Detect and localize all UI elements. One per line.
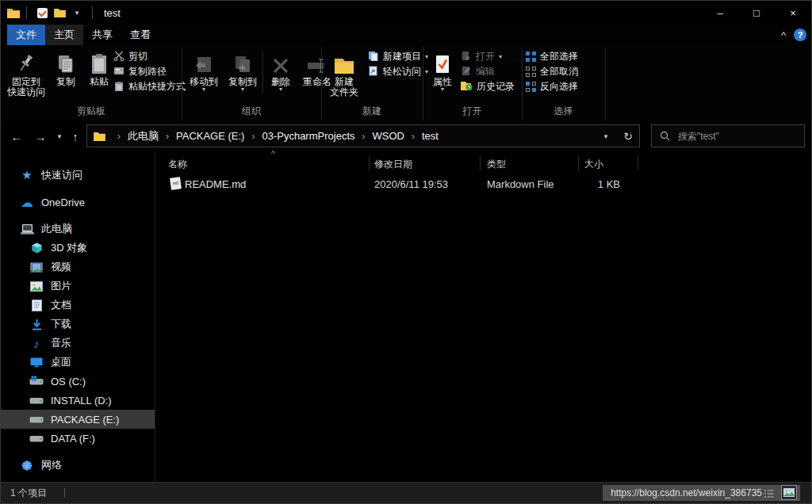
sidebar-item-drive-f[interactable]: DATA (F:) <box>1 429 155 448</box>
search-input[interactable] <box>676 130 791 143</box>
copy-path-icon <box>113 66 124 78</box>
sidebar-item-this-pc[interactable]: 此电脑 <box>1 220 155 239</box>
open-button[interactable]: 打开 ▾ <box>461 49 502 64</box>
thumbnail-view-button[interactable] <box>781 485 797 500</box>
app-folder-icon <box>7 8 20 18</box>
group-label-clipboard: 剪贴板 <box>1 105 182 118</box>
desktop-icon <box>29 357 44 368</box>
properties-icon <box>434 47 451 77</box>
sidebar-item-desktop[interactable]: 桌面 <box>1 353 155 372</box>
new-item-button[interactable]: 新建项目 ▾ <box>368 49 428 64</box>
qat-properties-button[interactable] <box>33 3 51 22</box>
sidebar-item-onedrive[interactable]: ☁ OneDrive <box>1 193 155 212</box>
back-button[interactable]: ← <box>7 127 26 146</box>
chevron-right-icon: › <box>160 131 174 142</box>
properties-button[interactable]: 属性 ▾ <box>427 47 458 92</box>
column-header-size[interactable]: 大小 <box>584 158 603 171</box>
3d-objects-icon <box>29 242 44 254</box>
paste-shortcut-icon <box>113 81 124 94</box>
breadcrumb-item-test[interactable]: test <box>420 130 440 142</box>
file-size: 1 KB <box>537 178 620 190</box>
documents-icon <box>29 300 44 311</box>
new-folder-button[interactable]: 新建 文件夹 <box>324 47 365 97</box>
select-none-icon <box>526 67 536 77</box>
refresh-icon[interactable]: ↻ <box>617 130 639 143</box>
breadcrumb-item-wsod[interactable]: WSOD <box>371 130 406 142</box>
sidebar-item-quick-access[interactable]: ★ 快速访问 <box>1 166 155 185</box>
properties-check-icon <box>37 8 48 18</box>
titlebar-separator <box>26 6 27 19</box>
copy-button[interactable]: 复制 <box>50 47 82 87</box>
sidebar-item-drive-e[interactable]: PACKAGE (E:) <box>1 410 155 429</box>
delete-x-icon <box>271 47 290 77</box>
chevron-down-icon: ▾ <box>279 87 282 92</box>
tab-home[interactable]: 主页 <box>45 25 83 45</box>
paste-button[interactable]: 粘贴 <box>83 47 115 87</box>
easy-access-button[interactable]: 轻松访问 ▾ <box>368 64 428 79</box>
sidebar-item-documents[interactable]: 文档 <box>1 296 155 315</box>
breadcrumb-item-this-pc[interactable]: 此电脑 <box>126 129 160 143</box>
forward-button[interactable]: → <box>31 127 50 146</box>
edit-button[interactable]: 编辑 <box>461 64 495 79</box>
file-list-pane: ^ 名称 修改日期 类型 大小 md README.md 2020/6/11 1… <box>156 151 812 484</box>
search-box[interactable] <box>651 124 805 147</box>
easy-access-icon <box>368 66 379 78</box>
column-header-type[interactable]: 类型 <box>487 158 506 171</box>
copy-path-button[interactable]: 复制路径 <box>113 64 167 79</box>
select-all-button[interactable]: 全部选择 <box>526 49 578 64</box>
sidebar-item-network[interactable]: 网络 <box>1 456 155 475</box>
this-pc-icon <box>20 223 34 235</box>
cut-button[interactable]: 剪切 <box>113 49 147 64</box>
pictures-icon <box>29 281 44 292</box>
select-none-button[interactable]: 全部取消 <box>526 64 578 79</box>
pin-to-quick-access-button[interactable]: 固定到 快速访问 <box>4 47 48 97</box>
explorer-window: ▾ test – □ × 文件 主页 共享 查看 ^ ? 固定到 快速访问 <box>0 0 812 504</box>
qat-new-folder-button[interactable] <box>51 3 68 22</box>
drive-icon <box>29 414 44 425</box>
breadcrumb-item-pycharmprojects[interactable]: 03-PycharmProjects <box>260 130 356 142</box>
sidebar-item-videos[interactable]: 视频 <box>1 258 155 277</box>
chevron-down-icon: ▾ <box>241 87 244 92</box>
details-view-button[interactable] <box>762 487 776 500</box>
column-header-date[interactable]: 修改日期 <box>374 158 412 171</box>
navigation-bar: ← → ▾ ↑ › 此电脑 › PACKAGE (E:) › 03-Pychar… <box>1 121 811 152</box>
pushpin-icon <box>17 47 36 77</box>
close-button[interactable]: × <box>775 1 811 25</box>
history-button[interactable]: 历史记录 <box>461 79 515 94</box>
help-icon[interactable]: ? <box>794 29 806 41</box>
invert-selection-button[interactable]: 反向选择 <box>526 79 578 94</box>
column-header-name[interactable]: 名称 <box>168 158 187 171</box>
drive-icon <box>29 433 44 444</box>
videos-icon <box>29 262 44 273</box>
sidebar-item-downloads[interactable]: 下载 <box>1 315 155 334</box>
file-row-readme[interactable]: md README.md 2020/6/11 19:53 Markdown Fi… <box>156 175 630 194</box>
tab-file[interactable]: 文件 <box>7 25 45 45</box>
qat-customize-dropdown[interactable]: ▾ <box>68 3 86 22</box>
file-date: 2020/6/11 19:53 <box>374 178 448 190</box>
sidebar-item-music[interactable]: ♪ 音乐 <box>1 334 155 353</box>
sidebar-item-drive-c[interactable]: OS (C:) <box>1 372 155 391</box>
main-area: ★ 快速访问 ☁ OneDrive 此电脑 3D 对象 <box>1 151 812 484</box>
sidebar-item-pictures[interactable]: 图片 <box>1 277 155 296</box>
up-button[interactable]: ↑ <box>66 127 85 146</box>
breadcrumb-item-package-e[interactable]: PACKAGE (E:) <box>174 130 246 142</box>
delete-button[interactable]: 删除 ▾ <box>266 47 296 92</box>
new-item-icon <box>368 51 379 63</box>
move-to-button[interactable]: 移动到 ▾ <box>185 47 223 92</box>
tab-share[interactable]: 共享 <box>83 25 121 45</box>
new-folder-icon <box>333 47 355 77</box>
paste-shortcut-button[interactable]: 粘贴快捷方式 <box>113 79 186 94</box>
tab-view[interactable]: 查看 <box>121 25 159 45</box>
maximize-button[interactable]: □ <box>738 1 775 25</box>
address-dropdown-icon[interactable]: ▾ <box>595 132 617 140</box>
minimize-button[interactable]: – <box>702 1 738 25</box>
group-label-organize: 组织 <box>182 105 321 118</box>
status-bar: 1 个项目 https://blog.csdn.net/weixin_38673… <box>1 482 811 503</box>
sidebar-item-3d-objects[interactable]: 3D 对象 <box>1 239 155 258</box>
clipboard-icon <box>90 47 109 77</box>
group-label-select: 选择 <box>522 105 605 118</box>
sidebar-item-drive-d[interactable]: INSTALL (D:) <box>1 391 155 410</box>
copy-to-button[interactable]: 复制到 ▾ <box>224 47 262 92</box>
collapse-ribbon-icon[interactable]: ^ <box>781 29 786 41</box>
address-bar[interactable]: › 此电脑 › PACKAGE (E:) › 03-PycharmProject… <box>86 124 640 147</box>
